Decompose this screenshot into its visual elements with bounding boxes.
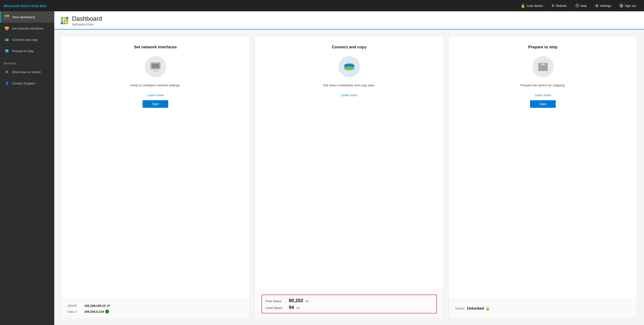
app-title: Microsoft Azure Data Box: [4, 4, 516, 8]
connect-copy-card-top: Connect and copy Get share credentials a…: [255, 36, 444, 290]
sidebar-label-prepare: Prepare to ship: [12, 49, 34, 53]
used-space-value: 94: [289, 305, 294, 310]
prepare-ship-learn-more[interactable]: Learn more: [535, 93, 551, 97]
sidebar-item-connect-copy[interactable]: Connect and copy: [0, 34, 54, 45]
device-value: Unlocked 🔓: [467, 306, 490, 311]
connect-copy-card: Connect and copy Get share credentials a…: [255, 36, 444, 319]
sidebar-label-connect: Connect and copy: [12, 38, 38, 41]
help-button[interactable]: ⓪ Help: [571, 0, 591, 11]
page-title: Dashboard: [72, 15, 102, 22]
topbar: Microsoft Azure Data Box 🔒 Lock device ↻…: [0, 0, 644, 11]
main-layout: View dashboard Set network interfaces Co…: [0, 11, 644, 325]
svg-rect-4: [5, 27, 9, 29]
sidebar-item-set-network[interactable]: Set network interfaces: [0, 23, 54, 34]
connect-copy-card-desc: Get share credentials and copy data.: [323, 83, 375, 88]
data3-label: Data 3: [68, 310, 82, 314]
content-area: Dashboard MyDataBoxOrder Set network int…: [54, 11, 644, 325]
arrows-icon: ⇄: [107, 304, 110, 308]
sidebar-item-view-dashboard[interactable]: View dashboard: [0, 11, 54, 23]
sidebar-label-shutdown: Shut down or restart: [12, 70, 41, 74]
mgmt-value: 192.168.100.10 ⇄: [84, 304, 110, 308]
used-space-unit: GB: [296, 307, 300, 310]
unlock-icon: 🔓: [486, 306, 490, 311]
set-network-start-button[interactable]: Start: [142, 100, 168, 108]
device-label: Device: [455, 307, 465, 310]
lock-device-button[interactable]: 🔒 Lock device: [516, 0, 547, 11]
connect-copy-card-bottom: Free Space 80,202 GB Used Space 94 GB: [255, 290, 444, 318]
lock-icon: 🔒: [520, 3, 525, 8]
set-network-card-icon: [145, 56, 166, 77]
set-network-card-title: Set network interfaces: [134, 45, 177, 49]
space-info-box: Free Space 80,202 GB Used Space 94 GB: [262, 295, 437, 314]
free-space-row: Free Space 80,202 GB: [266, 298, 432, 303]
sidebar-label-dashboard: View dashboard: [12, 15, 35, 19]
svg-point-8: [5, 39, 9, 41]
used-space-row: Used Space 94 GB: [266, 305, 432, 310]
set-network-learn-more[interactable]: Learn more: [147, 93, 164, 97]
prepare-ship-card-bottom: Device Unlocked 🔓: [448, 299, 637, 318]
support-icon: 👤: [4, 81, 9, 86]
prepare-ship-icon: [4, 48, 9, 53]
header-grid-icon: [61, 17, 68, 24]
svg-rect-10: [6, 50, 8, 51]
prepare-ship-card-icon: [532, 56, 554, 77]
network-icon: [4, 26, 9, 31]
svg-rect-3: [7, 17, 9, 19]
mgmt-label: MGMT: [68, 304, 82, 308]
sidebar-item-contact-support[interactable]: 👤 Contact Support: [0, 78, 54, 89]
svg-rect-15: [154, 63, 156, 64]
topbar-actions: 🔒 Lock device ↻ Refresh ⓪ Help ⚙ Setting…: [516, 0, 640, 11]
refresh-button[interactable]: ↻ Refresh: [547, 0, 571, 11]
dashboard-icon: [4, 15, 9, 19]
device-status: Device Unlocked 🔓: [455, 303, 630, 314]
free-space-value: 80,202: [289, 298, 303, 303]
signout-button[interactable]: ⏻ Sign out: [615, 0, 640, 11]
svg-rect-20: [541, 63, 545, 65]
sidebar-drag-handle[interactable]: ⋮: [0, 89, 54, 98]
data3-value: 169.254.0.219 ✓: [84, 310, 109, 314]
refresh-icon: ↻: [552, 3, 554, 8]
svg-rect-12: [152, 63, 159, 68]
settings-button[interactable]: ⚙ Settings: [591, 0, 615, 11]
sidebar-item-prepare-ship[interactable]: Prepare to ship: [0, 45, 54, 57]
prepare-ship-card-desc: Prepare the device for shipping.: [520, 83, 566, 88]
sidebar-label-network: Set network interfaces: [12, 27, 44, 30]
shutdown-icon: ⚙: [4, 70, 9, 74]
prepare-ship-card-top: Prepare to ship Prepare the device for s…: [448, 36, 637, 299]
prepare-ship-start-button[interactable]: Start: [530, 100, 556, 108]
data3-row: Data 3 169.254.0.219 ✓: [68, 310, 243, 314]
mgmt-row: MGMT 192.168.100.10 ⇄: [68, 304, 243, 308]
signout-icon: ⏻: [620, 3, 623, 8]
sidebar-label-support: Contact Support: [12, 82, 35, 85]
connect-copy-card-title: Connect and copy: [332, 45, 366, 49]
connect-copy-icon: [4, 37, 9, 42]
sidebar-item-shutdown[interactable]: ⚙ Shut down or restart: [0, 66, 54, 78]
settings-icon: ⚙: [595, 3, 598, 8]
sidebar: View dashboard Set network interfaces Co…: [0, 11, 54, 325]
connect-copy-learn-more[interactable]: Learn more: [341, 93, 357, 97]
prepare-ship-card-title: Prepare to ship: [528, 45, 558, 49]
page-subtitle: MyDataBoxOrder: [72, 23, 102, 26]
cards-container: Set network interfaces Verify or configu…: [54, 29, 644, 325]
page-header: Dashboard MyDataBoxOrder: [54, 11, 644, 29]
check-icon: ✓: [105, 310, 109, 314]
manage-section-label: MANAGE: [0, 59, 54, 66]
svg-rect-1: [7, 15, 9, 17]
prepare-ship-card: Prepare to ship Prepare the device for s…: [448, 36, 638, 319]
set-network-card-bottom: MGMT 192.168.100.10 ⇄ Data 3 169.254.0.2…: [61, 299, 250, 318]
set-network-card-top: Set network interfaces Verify or configu…: [61, 36, 250, 299]
sidebar-divider: [0, 57, 54, 58]
help-icon: ⓪: [575, 3, 579, 8]
free-space-unit: GB: [305, 300, 309, 303]
set-network-card-desc: Verify or configure network settings.: [130, 83, 181, 88]
set-network-card: Set network interfaces Verify or configu…: [61, 36, 250, 319]
connect-copy-card-icon: [339, 56, 360, 77]
svg-point-18: [344, 66, 354, 70]
svg-rect-2: [5, 17, 6, 19]
used-space-label: Used Space: [266, 306, 287, 310]
free-space-label: Free Space: [266, 299, 287, 303]
svg-rect-0: [5, 15, 6, 17]
